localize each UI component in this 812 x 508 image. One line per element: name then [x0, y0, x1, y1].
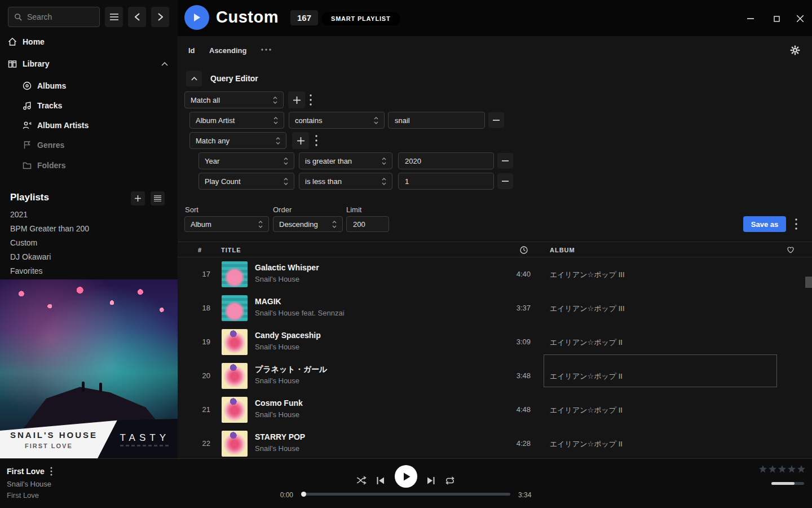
playlist-item[interactable]: Favorites — [10, 266, 43, 275]
track-row[interactable]: 22 STARRY POP Snail's House 4:28 エイリアン☆ポ… — [178, 427, 812, 458]
rule-operator-select[interactable]: is less than — [299, 173, 392, 190]
seek-slider[interactable] — [302, 493, 510, 496]
remove-rule-button[interactable] — [497, 153, 513, 169]
column-title[interactable]: TITLE — [221, 247, 241, 253]
sidebar-item-genres[interactable]: Genres — [23, 141, 64, 150]
artwork-banner: SNAIL'S HOUSE FIRST LOVE TASTY — [0, 419, 178, 458]
track-artwork — [222, 363, 248, 389]
menu-button[interactable] — [105, 7, 123, 27]
sidebar-item-album-artists[interactable]: Album Artists — [23, 121, 89, 130]
track-row[interactable]: 19 Candy Spaceship Snail's House 3:09 エイ… — [178, 325, 812, 359]
rule-value-input[interactable]: 1 — [398, 173, 494, 190]
playlist-item[interactable]: Custom — [10, 238, 37, 247]
artist-icon — [23, 121, 32, 130]
sidebar-item-home[interactable]: Home — [8, 37, 45, 46]
focused-cell-outline — [544, 354, 777, 387]
track-options-button[interactable] — [50, 467, 52, 476]
playlist-item[interactable]: DJ Okawari — [10, 252, 51, 261]
dots-vertical-icon — [795, 218, 797, 230]
column-album[interactable]: ALBUM — [550, 247, 575, 253]
minus-icon — [493, 120, 500, 121]
nav-forward-button[interactable] — [151, 7, 169, 27]
scrollbar-thumb[interactable] — [805, 277, 812, 288]
select-chevrons-icon — [382, 157, 386, 165]
playlist-item[interactable]: 2021 — [10, 210, 28, 219]
now-playing-album[interactable]: First Love — [7, 491, 39, 500]
track-artwork — [222, 295, 248, 321]
sidebar-item-albums[interactable]: Albums — [23, 81, 66, 90]
window-maximize-button[interactable] — [770, 12, 783, 25]
now-playing-artist[interactable]: Snail's House — [7, 480, 51, 488]
search-box[interactable] — [8, 7, 100, 27]
remove-rule-button[interactable] — [497, 173, 513, 189]
add-rule-button[interactable] — [292, 132, 309, 149]
repeat-button[interactable] — [445, 476, 455, 485]
rule-value-input[interactable]: 2020 — [398, 152, 494, 169]
settings-button[interactable] — [790, 45, 800, 55]
match-type-select[interactable]: Match all — [184, 91, 284, 108]
play-pause-button[interactable] — [395, 465, 417, 488]
now-playing-artwork[interactable]: SNAIL'S HOUSE FIRST LOVE TASTY — [0, 279, 178, 458]
nav-back-button[interactable] — [128, 7, 146, 27]
star-icon[interactable] — [778, 465, 787, 474]
page-title: Custom — [216, 8, 279, 27]
sort-direction-button[interactable]: Ascending — [209, 46, 246, 55]
ellipsis-icon — [261, 49, 271, 51]
star-icon[interactable] — [797, 465, 806, 474]
rule-operator-select[interactable]: is greater than — [299, 152, 392, 169]
add-rule-button[interactable] — [288, 91, 305, 108]
save-as-button[interactable]: Save as — [743, 216, 786, 232]
select-chevrons-icon — [374, 117, 378, 124]
track-list: 17 Galactic Whisper Snail's House 4:40 エ… — [178, 257, 812, 458]
maximize-icon — [774, 16, 780, 22]
sort-field-button[interactable]: Id — [188, 46, 195, 55]
previous-track-button[interactable] — [377, 477, 385, 484]
star-icon[interactable] — [768, 465, 777, 474]
order-label: Order — [273, 205, 292, 214]
seek-handle[interactable] — [301, 492, 306, 497]
limit-input[interactable]: 200 — [346, 216, 389, 232]
query-options-button[interactable] — [795, 218, 797, 230]
select-chevrons-icon — [284, 157, 288, 165]
remove-rule-button[interactable] — [488, 112, 504, 128]
rule-field-select[interactable]: Album Artist — [189, 112, 284, 129]
play-playlist-button[interactable] — [184, 5, 209, 30]
next-track-button[interactable] — [426, 477, 435, 484]
gear-icon — [790, 45, 800, 55]
star-icon[interactable] — [758, 465, 767, 474]
clock-icon[interactable] — [520, 246, 528, 254]
heart-icon[interactable] — [787, 246, 795, 253]
add-playlist-button[interactable] — [131, 191, 145, 205]
more-options-button[interactable] — [261, 49, 271, 51]
order-select[interactable]: Descending — [273, 216, 343, 232]
playlist-list-view-button[interactable] — [151, 191, 165, 205]
track-row[interactable]: 17 Galactic Whisper Snail's House 4:40 エ… — [178, 257, 812, 291]
track-row[interactable]: 21 Cosmo Funk Snail's House 4:48 エイリアン☆ポ… — [178, 393, 812, 427]
match-type-select[interactable]: Match any — [189, 132, 286, 149]
column-index[interactable]: # — [198, 247, 202, 253]
play-icon — [401, 472, 411, 481]
sidebar-item-tracks[interactable]: Tracks — [23, 101, 62, 110]
search-icon — [14, 13, 23, 21]
track-row[interactable]: 18 MAGIK Snail's House feat. Sennzai 3:3… — [178, 291, 812, 325]
sidebar: Home Library Albums Tracks Album Artists… — [0, 0, 178, 458]
playlist-item[interactable]: BPM Greater than 200 — [10, 224, 89, 233]
collapse-query-editor-button[interactable] — [186, 71, 202, 86]
sidebar-item-folders[interactable]: Folders — [23, 161, 66, 170]
rule-operator-select[interactable]: contains — [289, 112, 385, 129]
window-close-button[interactable] — [794, 12, 806, 25]
sidebar-item-library[interactable]: Library — [8, 59, 168, 68]
group-options-button[interactable] — [315, 135, 317, 146]
group-options-button[interactable] — [310, 94, 312, 106]
rule-value-input[interactable]: snail — [388, 112, 485, 129]
search-input[interactable] — [27, 12, 89, 21]
shuffle-button[interactable] — [356, 476, 367, 485]
volume-slider[interactable] — [771, 482, 804, 485]
star-icon[interactable] — [787, 465, 796, 474]
rule-field-select[interactable]: Year — [198, 152, 294, 169]
chevron-up-icon[interactable] — [161, 62, 168, 66]
window-minimize-button[interactable] — [744, 12, 757, 25]
sort-select[interactable]: Album — [184, 216, 269, 232]
minus-icon — [502, 160, 509, 161]
rule-field-select[interactable]: Play Count — [198, 173, 294, 190]
